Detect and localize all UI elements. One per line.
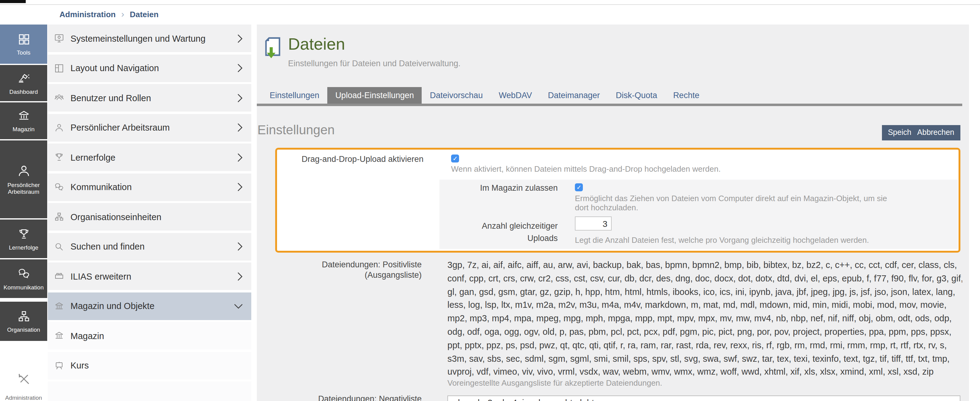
rail-item-magazin[interactable]: Magazin (0, 102, 47, 139)
rail-label: Persönlicher Arbeitsraum (0, 181, 47, 195)
cancel-button[interactable]: Abbrechen (911, 125, 960, 140)
rail-item-lernerfolge[interactable]: Lernerfolge (0, 220, 47, 258)
menu-item-label: ILIAS erweitern (70, 271, 131, 281)
whitelist-hint: Voreingestellte Ausgangsliste für akzept… (447, 379, 815, 388)
menu-item-suchen-finden[interactable]: Suchen und finden (48, 233, 251, 260)
blacklist-textarea[interactable]: php, php3, php4, inc, lang, phtml, htacc… (447, 395, 960, 401)
rail-item-organisation[interactable]: Organisation (0, 302, 47, 341)
blacklist-label: Dateiendungen: Negativliste (281, 394, 422, 401)
section-title: Einstellungen (258, 123, 335, 137)
tab-dateivorschau[interactable]: Dateivorschau (422, 87, 491, 103)
tab-underline (257, 103, 962, 106)
tab-bar: Einstellungen Upload-Einstellungen Datei… (262, 87, 707, 103)
menu-item-label: Lernerfolge (70, 152, 116, 162)
whitelist-line: conf, cpp, crt, crs, crw, cr2, css, cst,… (447, 272, 962, 286)
bank-icon (54, 331, 64, 341)
menu-item-label: Suchen und finden (70, 242, 145, 251)
rail-label: Kommunikation (2, 283, 45, 290)
magazin-checkbox[interactable] (575, 183, 583, 191)
bank-icon (54, 301, 64, 311)
whitelist-line: mp2, mp3, mp4, mpa, mpeg, mpg, mph, mpga… (447, 312, 962, 326)
menu-item-systemeinstellungen[interactable]: Systemeinstellungen und Wartung (48, 24, 251, 52)
menu-item-label: Kurs (70, 361, 89, 370)
rail-label: Tools (16, 49, 32, 56)
whitelist-line: uvproj, vdf, vimeo, viv, vivo, vrml, vsd… (447, 366, 962, 379)
tab-einstellungen[interactable]: Einstellungen (262, 87, 327, 103)
admin-accordion-menu: Systemeinstellungen und Wartung Layout u… (48, 24, 251, 401)
tab-rechte[interactable]: Rechte (665, 87, 708, 103)
breadcrumb: Administration › Dateien (59, 9, 158, 20)
page-title: Dateien (288, 35, 345, 54)
whitelist-line: less, log, lsp, ltx, m1v, m2a, m2v, m3u,… (447, 299, 962, 312)
magazin-hint: Ermöglicht das Ziehen von Dateien vom Co… (575, 194, 888, 212)
menu-item-kurs[interactable]: Kurs (48, 352, 251, 379)
menu-item-label: Magazin und Objekte (70, 301, 154, 311)
dragdrop-checkbox[interactable] (451, 154, 459, 162)
users-icon (54, 92, 64, 103)
board-icon (54, 360, 64, 371)
dragdrop-hint: Wenn aktiviert, können Dateien mittels D… (451, 165, 843, 174)
menu-item-layout[interactable]: Layout und Navigation (48, 54, 251, 82)
menu-item-benutzer-rollen[interactable]: Benutzer und Rollen (48, 84, 251, 111)
tab-disk-quota[interactable]: Disk-Quota (608, 87, 665, 103)
icon-rail: Tools Dashboard Magazin Persönlicher Arb… (0, 24, 47, 401)
chevron-right-icon (235, 33, 244, 44)
rail-label: Magazin (11, 126, 36, 132)
dragdrop-label: Drag-and-Drop-Upload aktivieren (286, 154, 423, 164)
rail-item-administration[interactable]: Administration (0, 344, 47, 401)
concurrent-uploads-input[interactable] (575, 216, 612, 231)
whitelist-line: 3gp, 7z, ai, aif, aifc, aiff, au, arw, a… (447, 259, 962, 272)
tab-dateimanager[interactable]: Dateimanager (540, 87, 608, 103)
person-icon (16, 164, 31, 178)
main-content: Dateien Einstellungen für Dateien und Da… (257, 24, 969, 401)
rail-label: Organisation (6, 326, 41, 333)
menu-item-label: Persönlicher Arbeitsraum (70, 123, 170, 132)
chat-icon (54, 182, 64, 192)
chevron-right-icon (235, 122, 244, 133)
top-divider (0, 4, 980, 5)
menu-item-magazin[interactable]: Magazin (48, 322, 251, 350)
rail-item-dashboard[interactable]: Dashboard (0, 65, 47, 101)
menu-item-label: Layout und Navigation (70, 63, 159, 73)
menu-item-label: Magazin (70, 331, 104, 341)
breadcrumb-administration[interactable]: Administration (59, 10, 116, 19)
orgchart-icon (54, 212, 64, 222)
chevron-right-icon (235, 241, 244, 252)
concurrent-uploads-label: Anzahl gleichzeitiger Uploads (463, 220, 558, 244)
rail-item-persoenlicher-arbeitsraum[interactable]: Persönlicher Arbeitsraum (0, 140, 47, 218)
menu-item-label: Systemeinstellungen und Wartung (70, 33, 205, 43)
search-icon (54, 241, 64, 252)
trophy-icon (16, 227, 31, 241)
dragdrop-subpanel: Im Magazin zulassen Ermöglicht das Ziehe… (439, 180, 958, 249)
tab-webdav[interactable]: WebDAV (491, 87, 540, 103)
monitor-gear-icon (54, 33, 64, 43)
rail-item-tools[interactable]: Tools (0, 24, 47, 64)
rail-label: Administration (4, 394, 43, 401)
menu-item-magazin-und-objekte[interactable]: Magazin und Objekte (48, 292, 251, 320)
menu-item-label: Kommunikation (70, 182, 132, 192)
whitelist-line: gl, gan, gsd, gsm, gtar, gz, gzip, h, hp… (447, 285, 962, 299)
menu-item-label: Organisationseinheiten (70, 212, 162, 222)
menu-item-partial[interactable] (48, 381, 251, 401)
menu-item-persoenlicher-arbeitsraum[interactable]: Persönlicher Arbeitsraum (48, 114, 251, 141)
highlighted-settings-box: Drag-and-Drop-Upload aktivieren Wenn akt… (275, 148, 960, 253)
whitelist-line: ppt, pptx, ppz, ps, psd, pwz, qt, qtc, q… (447, 339, 962, 353)
chevron-down-icon (233, 302, 244, 310)
menu-item-organisationseinheiten[interactable]: Organisationseinheiten (48, 203, 251, 231)
breadcrumb-dateien[interactable]: Dateien (130, 10, 158, 19)
menu-item-ilias-erweitern[interactable]: ILIAS erweitern (48, 263, 251, 290)
rail-item-kommunikation[interactable]: Kommunikation (0, 259, 47, 298)
lamp-icon (16, 72, 31, 85)
bank-icon (16, 109, 31, 123)
grid-icon (17, 32, 30, 46)
whitelist-label: Dateiendungen: Positivliste (Ausgangslis… (281, 259, 422, 280)
menu-item-lernerfolge[interactable]: Lernerfolge (48, 143, 251, 171)
chat-icon (16, 267, 31, 280)
rail-label: Lernerfolge (8, 244, 40, 250)
concurrent-uploads-hint: Legt die Anzahl Dateien fest, welche pro… (575, 236, 918, 245)
chevron-right-icon (235, 271, 244, 282)
menu-item-kommunikation[interactable]: Kommunikation (48, 173, 251, 201)
chevron-right-icon (235, 62, 244, 73)
file-download-icon (264, 37, 283, 64)
tab-upload-einstellungen[interactable]: Upload-Einstellungen (327, 87, 422, 103)
